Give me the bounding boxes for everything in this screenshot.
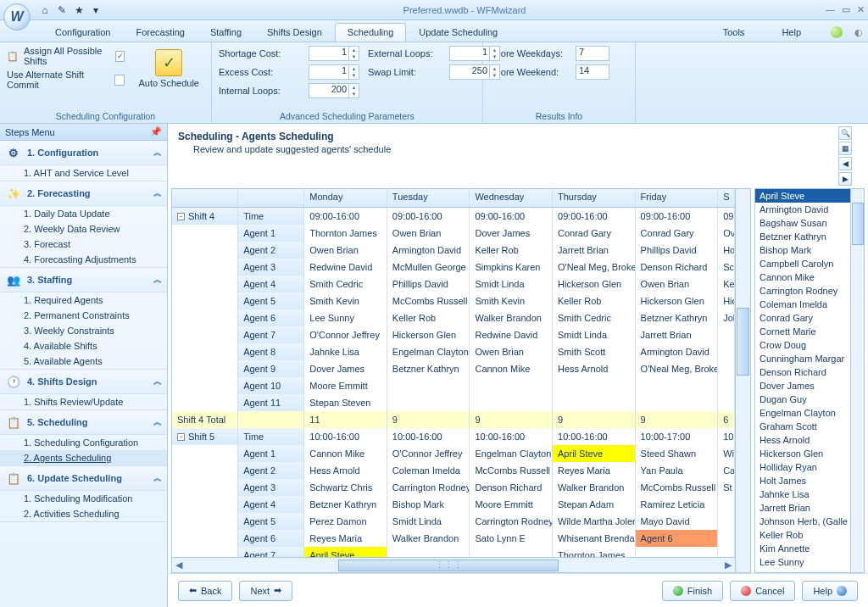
- table-cell[interactable]: Moore Emmitt: [304, 377, 387, 394]
- table-cell[interactable]: April Steve: [304, 547, 387, 557]
- app-orb[interactable]: W: [3, 3, 31, 31]
- scroll-left-icon[interactable]: ◀: [172, 559, 186, 572]
- table-cell[interactable]: Agent 1: [238, 225, 304, 242]
- column-header[interactable]: S: [718, 189, 735, 207]
- tab-update-scheduling[interactable]: Update Scheduling: [406, 23, 510, 42]
- vertical-scrollbar[interactable]: [735, 189, 750, 572]
- table-cell[interactable]: [172, 225, 238, 242]
- step-item[interactable]: 1. Required Agents: [0, 292, 167, 308]
- home-icon[interactable]: ⌂: [37, 3, 53, 18]
- table-cell[interactable]: Sato Lynn E: [470, 530, 553, 547]
- column-header[interactable]: Monday: [304, 189, 387, 207]
- tool-prev-icon[interactable]: ◀: [838, 157, 852, 170]
- table-cell[interactable]: [553, 377, 636, 394]
- agent-list-item[interactable]: Hess Arnold: [755, 433, 850, 447]
- table-cell[interactable]: 10:00-16:00: [387, 428, 470, 445]
- table-cell[interactable]: [238, 411, 304, 428]
- alternate-commit-checkbox[interactable]: [114, 75, 125, 86]
- assign-shifts-checkbox[interactable]: ✓: [115, 51, 125, 62]
- table-cell[interactable]: [172, 259, 238, 276]
- agent-list-item[interactable]: Dover James: [755, 379, 850, 393]
- table-cell[interactable]: 10: [718, 428, 735, 445]
- table-cell[interactable]: Agent 2: [238, 462, 304, 479]
- table-cell[interactable]: [470, 394, 553, 411]
- table-cell[interactable]: Denson Richard: [636, 259, 719, 276]
- tab-configuration[interactable]: Configuration: [42, 23, 123, 42]
- agent-list-item[interactable]: Bagshaw Susan: [755, 216, 850, 230]
- table-cell[interactable]: Mayo David: [636, 513, 719, 530]
- step-item[interactable]: 5. Available Agents: [0, 354, 167, 369]
- table-cell[interactable]: Dover James: [304, 360, 387, 377]
- table-cell[interactable]: [172, 479, 238, 496]
- agent-list-item[interactable]: Engelman Clayton: [755, 406, 850, 420]
- agent-scroll-thumb[interactable]: [852, 203, 864, 245]
- table-cell[interactable]: Betzner Kathryn: [387, 360, 470, 377]
- table-cell[interactable]: Engelman Clayton: [470, 445, 553, 462]
- table-cell[interactable]: [172, 496, 238, 513]
- step-item[interactable]: 1. Scheduling Modification: [0, 491, 167, 506]
- table-cell[interactable]: Shift 4 Total: [172, 411, 238, 428]
- maximize-icon[interactable]: ▭: [842, 4, 850, 15]
- step-item[interactable]: 1. Daily Data Update: [0, 206, 167, 221]
- table-cell[interactable]: [172, 513, 238, 530]
- horizontal-scrollbar[interactable]: ◀ ⋮⋮⋮ ▶: [172, 557, 735, 572]
- table-cell[interactable]: Hic: [718, 292, 735, 309]
- table-cell[interactable]: 9: [553, 411, 636, 428]
- step-section-s3[interactable]: 👥3. Staffing︽: [0, 268, 167, 292]
- step-item[interactable]: 1. Shifts Review/Update: [0, 394, 167, 409]
- qat-dropdown-icon[interactable]: ▾: [88, 3, 103, 18]
- table-cell[interactable]: Cannon Mike: [304, 445, 387, 462]
- agent-list-item[interactable]: Dugan Guy: [755, 393, 850, 406]
- table-cell[interactable]: Armington David: [387, 242, 470, 259]
- table-cell[interactable]: Owen Brian: [636, 276, 719, 292]
- step-item[interactable]: 3. Forecast: [0, 237, 167, 252]
- tab-tools[interactable]: Tools: [710, 23, 758, 42]
- table-cell[interactable]: 09:00-16:00: [387, 208, 470, 225]
- table-cell[interactable]: Smidt Linda: [387, 513, 470, 530]
- step-item[interactable]: 4. Available Shifts: [0, 338, 167, 354]
- agent-list-item[interactable]: Kim Annette: [755, 542, 850, 555]
- tool-next-icon[interactable]: ▶: [838, 172, 852, 186]
- table-cell[interactable]: [172, 326, 238, 343]
- table-cell[interactable]: Engelman Clayton: [387, 343, 470, 360]
- step-section-s2[interactable]: ✨2. Forecasting︽: [0, 181, 167, 206]
- table-cell[interactable]: Conrad Gary: [636, 225, 719, 242]
- agent-list-item[interactable]: Graham Scott: [755, 420, 850, 433]
- next-button[interactable]: Next➡: [239, 581, 292, 601]
- table-cell[interactable]: Ho: [718, 242, 735, 259]
- table-cell[interactable]: McMullen George: [387, 259, 470, 276]
- agent-list-item[interactable]: Holliday Ryan: [755, 460, 850, 474]
- table-cell[interactable]: O'Connor Jeffrey: [387, 445, 470, 462]
- ribbon-options-icon[interactable]: ◐: [854, 27, 863, 38]
- column-header[interactable]: Friday: [636, 189, 719, 207]
- table-cell[interactable]: Agent 7: [238, 326, 304, 343]
- table-cell[interactable]: Thornton James: [304, 225, 387, 242]
- table-cell[interactable]: Moore Emmitt: [470, 496, 553, 513]
- table-cell[interactable]: Steed Shawn: [636, 445, 719, 462]
- table-row[interactable]: Agent 7April SteveThornton James: [172, 547, 735, 557]
- finish-button[interactable]: Finish: [662, 581, 723, 601]
- table-cell[interactable]: Agent 2: [238, 242, 304, 259]
- table-cell[interactable]: [387, 377, 470, 394]
- table-cell[interactable]: Lee Sunny: [304, 309, 387, 326]
- pin-icon[interactable]: 📌: [150, 126, 162, 137]
- table-cell[interactable]: Time: [238, 208, 304, 225]
- table-cell[interactable]: Agent 4: [238, 496, 304, 513]
- table-cell[interactable]: Simpkins Karen: [470, 259, 553, 276]
- table-row[interactable]: Agent 10Moore Emmitt: [172, 377, 735, 394]
- table-cell[interactable]: 11: [304, 411, 387, 428]
- tab-forecasting[interactable]: Forecasting: [123, 23, 197, 42]
- table-row[interactable]: Agent 1Cannon MikeO'Connor JeffreyEngelm…: [172, 445, 735, 462]
- table-cell[interactable]: Reyes Maria: [304, 530, 387, 547]
- table-cell[interactable]: 09:00-16:00: [553, 208, 636, 225]
- table-cell[interactable]: Conrad Gary: [553, 225, 636, 242]
- help-button[interactable]: Help: [802, 581, 858, 601]
- table-cell[interactable]: Time: [238, 428, 304, 445]
- table-cell[interactable]: [718, 530, 735, 547]
- table-cell[interactable]: [172, 547, 238, 557]
- cancel-button[interactable]: Cancel: [730, 581, 795, 601]
- agent-list-item[interactable]: Cannon Mike: [755, 270, 850, 284]
- table-row[interactable]: Agent 5Perez DamonSmidt LindaCarrington …: [172, 513, 735, 530]
- table-cell[interactable]: Wi: [718, 445, 735, 462]
- agent-list-scrollbar[interactable]: [850, 189, 864, 572]
